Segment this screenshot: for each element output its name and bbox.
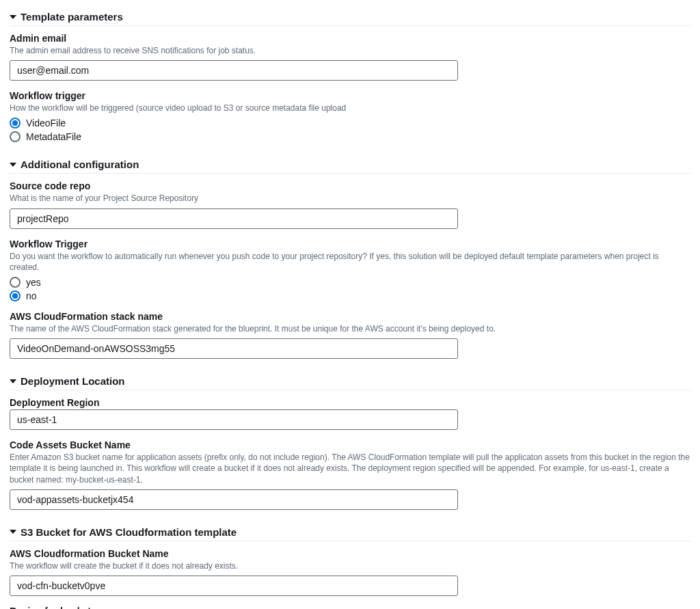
section-header-s3[interactable]: S3 Bucket for AWS Cloudformation templat… bbox=[10, 522, 690, 541]
field-bucket-region: Region for bucket bbox=[10, 606, 690, 609]
field-admin-email: Admin email The admin email address to r… bbox=[10, 33, 690, 81]
label-workflow-trigger: Workflow trigger bbox=[10, 90, 690, 101]
section-header-additional[interactable]: Additional configuration bbox=[10, 154, 690, 174]
radio-label: MetadataFile bbox=[26, 131, 81, 142]
label-source-repo: Source code repo bbox=[10, 180, 690, 191]
radio-icon bbox=[10, 131, 21, 142]
radio-icon bbox=[10, 118, 21, 128]
radio-metadatafile[interactable]: MetadataFile bbox=[10, 131, 690, 142]
radio-videofile[interactable]: VideoFile bbox=[10, 118, 690, 128]
field-workflow-trigger-2: Workflow Trigger Do you want the workflo… bbox=[10, 239, 690, 301]
label-admin-email: Admin email bbox=[10, 33, 690, 44]
radio-yes[interactable]: yes bbox=[10, 277, 690, 288]
section-title: Template parameters bbox=[21, 11, 123, 23]
input-deploy-region[interactable] bbox=[10, 409, 458, 430]
input-code-assets-bucket[interactable] bbox=[10, 489, 458, 510]
desc-workflow-trigger: How the workflow will be triggered (sour… bbox=[10, 103, 690, 113]
field-workflow-trigger: Workflow trigger How the workflow will b… bbox=[10, 90, 690, 142]
section-title: Additional configuration bbox=[21, 159, 139, 170]
desc-cfn-bucket: The workflow will create the bucket if i… bbox=[10, 560, 690, 571]
caret-down-icon bbox=[10, 15, 16, 19]
label-cfn-bucket: AWS Cloudformation Bucket Name bbox=[10, 548, 690, 559]
input-cfn-bucket[interactable] bbox=[10, 576, 458, 596]
desc-code-assets-bucket: Enter Amazon S3 bucket name for applicat… bbox=[10, 452, 690, 485]
desc-source-repo: What is the name of your Project Source … bbox=[10, 193, 690, 204]
label-bucket-region: Region for bucket bbox=[10, 606, 690, 609]
field-stack-name: AWS CloudFormation stack name The name o… bbox=[10, 311, 690, 359]
section-header-template[interactable]: Template parameters bbox=[10, 7, 690, 26]
label-stack-name: AWS CloudFormation stack name bbox=[10, 311, 690, 322]
section-template-parameters: Template parameters Admin email The admi… bbox=[10, 7, 690, 142]
radio-label: VideoFile bbox=[26, 118, 66, 128]
section-additional-configuration: Additional configuration Source code rep… bbox=[10, 154, 690, 359]
radio-label: no bbox=[26, 290, 37, 301]
radio-label: yes bbox=[26, 277, 41, 288]
input-source-repo[interactable] bbox=[10, 208, 458, 229]
radio-icon bbox=[10, 290, 21, 301]
field-source-repo: Source code repo What is the name of you… bbox=[10, 180, 690, 228]
input-admin-email[interactable] bbox=[10, 60, 458, 81]
field-deploy-region: Deployment Region bbox=[10, 397, 690, 430]
caret-down-icon bbox=[10, 530, 16, 534]
label-code-assets-bucket: Code Assets Bucket Name bbox=[10, 439, 690, 450]
label-deploy-region: Deployment Region bbox=[10, 397, 690, 408]
field-code-assets-bucket: Code Assets Bucket Name Enter Amazon S3 … bbox=[10, 439, 690, 510]
section-deployment-location: Deployment Location Deployment Region Co… bbox=[10, 371, 690, 510]
field-cfn-bucket: AWS Cloudformation Bucket Name The workf… bbox=[10, 548, 690, 596]
label-workflow-trigger-2: Workflow Trigger bbox=[10, 239, 690, 249]
desc-workflow-trigger-2: Do you want the workflow to automaticall… bbox=[10, 251, 690, 273]
radio-icon bbox=[10, 277, 21, 288]
caret-down-icon bbox=[10, 163, 16, 167]
section-title: S3 Bucket for AWS Cloudformation templat… bbox=[21, 526, 237, 538]
radio-no[interactable]: no bbox=[10, 290, 690, 301]
section-title: Deployment Location bbox=[21, 375, 125, 387]
input-stack-name[interactable] bbox=[10, 338, 458, 359]
desc-stack-name: The name of the AWS CloudFormation stack… bbox=[10, 323, 690, 334]
caret-down-icon bbox=[10, 379, 16, 383]
desc-admin-email: The admin email address to receive SNS n… bbox=[10, 45, 690, 56]
section-s3-bucket-cfn: S3 Bucket for AWS Cloudformation templat… bbox=[10, 522, 690, 609]
section-header-deploy[interactable]: Deployment Location bbox=[10, 371, 690, 390]
